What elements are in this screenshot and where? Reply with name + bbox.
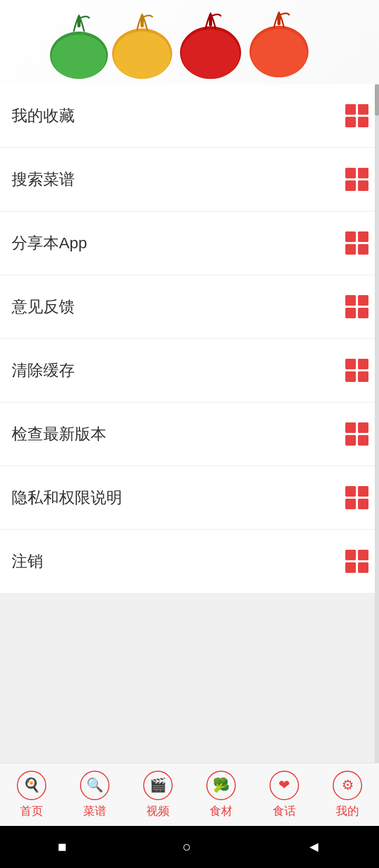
nav-item-mine[interactable]: ⚙我的	[316, 771, 379, 819]
menu-item-search-recipe[interactable]: 搜索菜谱	[0, 148, 379, 211]
system-square-button[interactable]: ■	[58, 839, 67, 855]
menu-label-clear-cache: 清除缓存	[12, 360, 75, 381]
grid-icon-privacy	[345, 486, 368, 509]
nav-item-video[interactable]: 🎬视频	[126, 771, 190, 819]
menu-item-clear-cache[interactable]: 清除缓存	[0, 339, 379, 402]
menu-label-favorites: 我的收藏	[12, 105, 75, 127]
svg-rect-8	[209, 14, 212, 26]
grid-icon-favorites	[345, 104, 368, 127]
menu-item-share-app[interactable]: 分享本App	[0, 211, 379, 275]
nav-label-recipes: 菜谱	[83, 803, 106, 819]
scroll-track[interactable]	[375, 84, 379, 763]
nav-label-ingredients: 食材	[210, 803, 233, 819]
grid-icon-search-recipe	[345, 168, 368, 191]
menu-item-check-version[interactable]: 检查最新版本	[0, 402, 379, 466]
nav-item-ingredients[interactable]: 🥦食材	[190, 771, 253, 819]
menu-item-feedback[interactable]: 意见反馈	[0, 275, 379, 339]
nav-label-mine: 我的	[336, 803, 359, 819]
system-nav-bar: ■ ○ ◄	[0, 826, 379, 868]
nav-item-recipes[interactable]: 🔍菜谱	[63, 771, 126, 819]
nav-icon-home: 🍳	[17, 771, 46, 800]
menu-label-privacy: 隐私和权限说明	[12, 487, 122, 509]
nav-icon-video: 🎬	[143, 771, 173, 800]
menu-item-privacy[interactable]: 隐私和权限说明	[0, 466, 379, 530]
grid-icon-clear-cache	[345, 359, 368, 382]
scroll-thumb[interactable]	[375, 84, 379, 116]
nav-label-foodtalk: 食话	[273, 803, 296, 819]
system-home-button[interactable]: ○	[182, 839, 191, 855]
bottom-nav: 🍳首页🔍菜谱🎬视频🥦食材❤食话⚙我的	[0, 763, 379, 826]
nav-icon-recipes: 🔍	[80, 771, 109, 800]
nav-label-home: 首页	[20, 803, 43, 819]
nav-icon-mine: ⚙	[333, 771, 362, 800]
peppers-image	[42, 0, 337, 84]
menu-label-feedback: 意见反馈	[12, 296, 75, 318]
menu-item-favorites[interactable]: 我的收藏	[0, 84, 379, 148]
menu-list: 我的收藏搜索菜谱分享本App意见反馈清除缓存检查最新版本隐私和权限说明注销	[0, 84, 379, 593]
svg-rect-5	[141, 15, 144, 27]
svg-rect-11	[277, 13, 281, 25]
menu-item-logout[interactable]: 注销	[0, 530, 379, 593]
nav-icon-ingredients: 🥦	[206, 771, 236, 800]
menu-label-logout: 注销	[12, 551, 43, 572]
menu-label-share-app: 分享本App	[12, 233, 87, 254]
menu-label-search-recipe: 搜索菜谱	[12, 169, 75, 190]
grid-icon-logout	[345, 550, 368, 573]
svg-point-7	[182, 29, 240, 79]
svg-point-10	[251, 29, 307, 77]
header-banner	[0, 0, 379, 84]
svg-point-4	[114, 32, 171, 79]
nav-icon-foodtalk: ❤	[270, 771, 299, 800]
svg-point-1	[52, 35, 106, 79]
grid-icon-share-app	[345, 231, 368, 255]
system-back-button[interactable]: ◄	[307, 839, 322, 855]
menu-label-check-version: 检查最新版本	[12, 423, 106, 445]
nav-item-foodtalk[interactable]: ❤食话	[253, 771, 316, 819]
svg-rect-2	[77, 16, 81, 27]
grid-icon-feedback	[345, 295, 368, 318]
nav-item-home[interactable]: 🍳首页	[0, 771, 63, 819]
nav-label-video: 视频	[146, 803, 169, 819]
grid-icon-check-version	[345, 422, 368, 446]
